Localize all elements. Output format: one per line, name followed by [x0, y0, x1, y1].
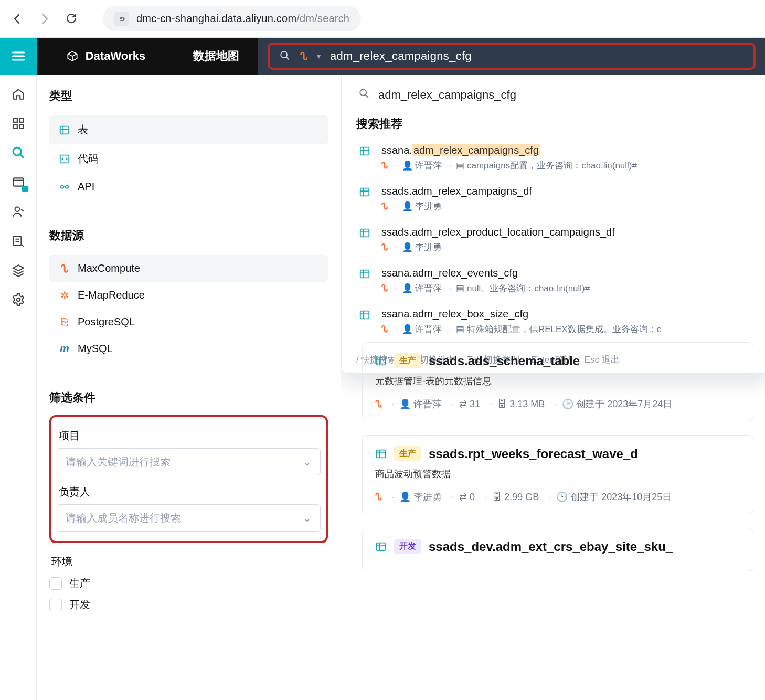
ds-label: MaxCompute [78, 262, 140, 274]
dropdown-item-title: ssads.adm_relex_product_location_campaig… [381, 226, 754, 238]
rail-user[interactable] [10, 204, 26, 219]
owner-select[interactable]: 请输入成员名称进行搜索 ⌄ [57, 504, 321, 532]
url-bar[interactable]: dmc-cn-shanghai.data.aliyun.com/dm/searc… [103, 6, 361, 31]
datasource-filter-icon[interactable]: ᔐ [300, 50, 307, 62]
site-settings-icon[interactable] [114, 12, 129, 26]
rail-grid[interactable] [10, 115, 26, 131]
user-icon: 👤 [399, 398, 411, 410]
env-badge: 开发 [394, 539, 421, 554]
env-label: 环境 [51, 555, 326, 569]
user-icon: 👤 [402, 324, 413, 335]
result-title-text: ssads_dev.adm_ext_crs_ebay_site_sku_ [429, 539, 673, 554]
dropdown-echo-text: adm_relex_campaigns_cfg [378, 88, 516, 102]
user-icon: 👤 [402, 283, 413, 294]
dropdown-echo-row[interactable]: adm_relex_campaigns_cfg [356, 84, 754, 112]
result-card[interactable]: 开发 ssads_dev.adm_ext_crs_ebay_site_sku_ [362, 528, 753, 571]
ds-item-maxcompute[interactable]: ᔐ MaxCompute [49, 255, 328, 282]
swap-icon: ⇄ [459, 398, 467, 410]
user-icon: 👤 [402, 242, 413, 253]
user-icon: 👤 [402, 160, 413, 171]
rail-list[interactable] [10, 233, 26, 249]
table-icon [359, 309, 370, 321]
maxcompute-icon: ᔐ [381, 242, 388, 253]
result-card[interactable]: 生产 ssads.ads_schema_table 元数据管理-表的元数据信息 … [362, 342, 753, 421]
rail-card-badge [22, 186, 28, 192]
table-icon [375, 541, 387, 553]
mysql-icon: m [59, 343, 70, 355]
result-meta: ᔐ 👤 许晋萍 ⇄ 31 🗄 3.13 MB 🕑 创建于 2023年7月24日 [375, 398, 740, 410]
ds-label: E-MapReduce [78, 289, 145, 301]
project-label: 项目 [59, 429, 318, 443]
result-meta: ᔐ 👤 李进勇 ⇄ 0 🗄 2.99 GB 🕑 创建于 2023年10月25日 [375, 491, 740, 503]
checkbox[interactable] [49, 577, 62, 590]
forward-button[interactable] [38, 12, 51, 26]
table-icon [359, 227, 370, 239]
search-input[interactable] [330, 49, 744, 63]
svg-rect-33 [377, 357, 386, 365]
datasource-list: ᔐ MaxCompute ✲ E-MapReduce ⎘ PostgreSQL … [49, 255, 328, 362]
dropdown-item[interactable]: ssana.adm_relex_box_size_cfg ᔐ 👤 许晋萍 ▤ 特… [356, 303, 754, 344]
ds-label: PostgreSQL [78, 316, 135, 328]
clock-icon: 🕑 [556, 491, 568, 503]
chevron-down-icon: ⌄ [303, 512, 312, 524]
ds-item-emr[interactable]: ✲ E-MapReduce [49, 282, 328, 309]
back-button[interactable] [10, 12, 24, 26]
env-option-prod[interactable]: 生产 [49, 576, 328, 590]
env-option-dev[interactable]: 开发 [49, 598, 328, 612]
ds-item-mysql[interactable]: m MySQL [49, 335, 328, 362]
rail-layers[interactable] [10, 262, 26, 278]
env-badge: 生产 [394, 353, 421, 368]
table-icon [359, 145, 370, 157]
browser-bar: dmc-cn-shanghai.data.aliyun.com/dm/searc… [0, 0, 765, 38]
ds-item-postgres[interactable]: ⎘ PostgreSQL [49, 309, 328, 335]
datasource-filter-chevron-icon[interactable]: ▾ [317, 52, 321, 60]
type-item-api[interactable]: API [49, 173, 328, 200]
filter-highlight: 项目 请输入关键词进行搜索 ⌄ 负责人 请输入成员名称进行搜索 ⌄ [49, 415, 328, 543]
svg-point-8 [15, 207, 19, 211]
maxcompute-icon: ᔐ [381, 324, 388, 335]
reload-button[interactable] [65, 12, 79, 26]
project-select[interactable]: 请输入关键词进行搜索 ⌄ [57, 448, 321, 475]
search-dropdown: adm_relex_campaigns_cfg 搜索推荐 ssana.adm_r… [341, 75, 765, 374]
rail-search[interactable] [10, 145, 26, 161]
svg-point-0 [123, 18, 124, 19]
nav-tab-datamap[interactable]: 数据地图 [174, 38, 258, 75]
ds-label: MySQL [78, 343, 113, 355]
type-item-table[interactable]: 表 [49, 115, 328, 144]
rail-home[interactable] [10, 86, 26, 102]
maxcompute-icon: ᔐ [381, 160, 388, 171]
table-icon [359, 186, 370, 198]
maxcompute-icon: ᔐ [59, 263, 70, 274]
postgres-icon: ⎘ [59, 316, 70, 328]
maxcompute-icon: ᔐ [381, 201, 388, 212]
result-sub: 商品波动预警数据 [375, 468, 740, 480]
api-icon [59, 181, 70, 193]
env-option-label: 生产 [69, 576, 90, 590]
result-title-text: ssads.ads_schema_table [429, 354, 580, 368]
swap-icon: ⇄ [459, 491, 467, 503]
user-icon: 👤 [399, 491, 411, 503]
result-card[interactable]: 生产 ssads.rpt_weeks_forecast_wave_d 商品波动预… [362, 435, 753, 514]
rail-settings[interactable] [10, 292, 26, 307]
search-box[interactable]: ᔐ ▾ [268, 43, 756, 70]
search-icon [279, 50, 291, 63]
dropdown-item[interactable]: ssana.adm_relex_campaigns_cfg ᔐ 👤 许晋萍 ▤ … [356, 139, 754, 180]
results-area: adm_relex_campaigns_cfg 搜索推荐 ssana.adm_r… [341, 75, 765, 700]
type-item-code[interactable]: 代码 [49, 144, 328, 173]
icon-rail [0, 75, 37, 700]
dropdown-item[interactable]: ssads.adm_relex_product_location_campaig… [356, 221, 754, 262]
brand[interactable]: DataWorks [37, 38, 174, 75]
checkbox[interactable] [49, 599, 62, 611]
rail-card[interactable] [10, 174, 26, 190]
menu-button[interactable] [0, 38, 37, 75]
dropdown-item[interactable]: ssads.adm_relex_campaigns_df ᔐ 👤 李进勇 [356, 180, 754, 221]
code-icon [59, 153, 70, 165]
datasource-section-title: 数据源 [49, 228, 328, 243]
clock-icon: 🕑 [562, 398, 573, 410]
maxcompute-icon: ᔐ [375, 491, 382, 503]
svg-rect-39 [377, 543, 386, 550]
dropdown-item[interactable]: ssana.adm_relex_events_cfg ᔐ 👤 许晋萍 ▤ nul… [356, 262, 754, 303]
svg-point-10 [16, 298, 20, 302]
table-icon [59, 124, 70, 136]
search-wrap: ᔐ ▾ [258, 38, 765, 75]
